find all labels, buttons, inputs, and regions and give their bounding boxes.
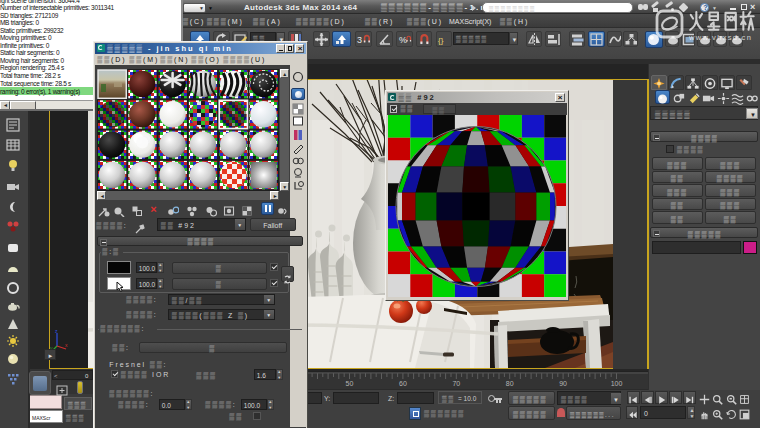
- svg-text:3: 3: [357, 35, 362, 45]
- svg-text:%: %: [399, 35, 407, 45]
- svg-text:www.vhxsd.cn: www.vhxsd.cn: [688, 33, 752, 42]
- svg-text:70: 70: [452, 380, 460, 387]
- svg-text:{}: {}: [438, 36, 444, 45]
- svg-text:x: x: [65, 342, 68, 348]
- svg-text:90: 90: [559, 380, 567, 387]
- svg-text:50: 50: [346, 380, 354, 387]
- svg-text:z: z: [55, 328, 58, 334]
- svg-text:80: 80: [506, 380, 514, 387]
- svg-text:60: 60: [399, 380, 407, 387]
- svg-text:100: 100: [611, 380, 623, 387]
